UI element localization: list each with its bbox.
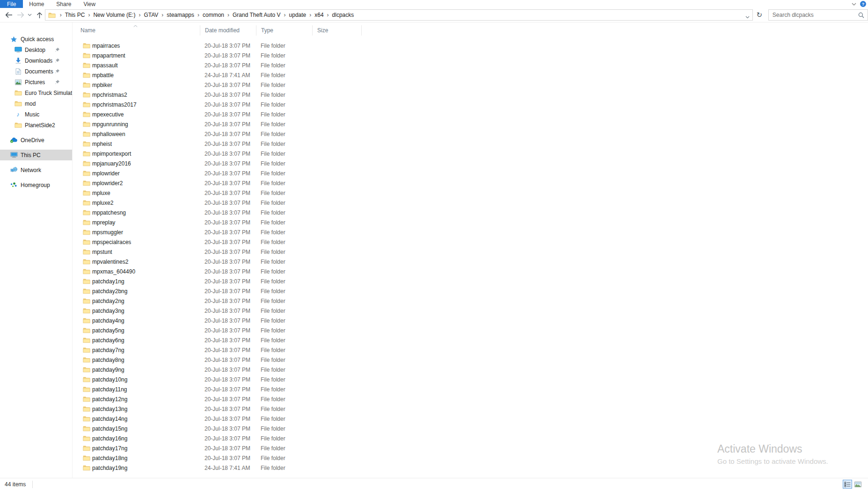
file-row[interactable]: patchday5ng20-Jul-18 3:07 PMFile folder [73,325,868,335]
breadcrumb-segment-grand-theft-auto-v[interactable]: Grand Theft Auto V [233,12,281,18]
sidebar-item-this-pc[interactable]: This PC [0,150,72,160]
file-row[interactable]: mpbattle24-Jul-18 7:41 AMFile folder [73,70,868,80]
file-row[interactable]: patchday14ng20-Jul-18 3:07 PMFile folder [73,414,868,424]
tab-file[interactable]: File [0,0,23,8]
breadcrumb-segment-dlcpacks[interactable]: dlcpacks [332,12,354,18]
up-button[interactable] [35,9,45,21]
file-row[interactable]: mpbiker20-Jul-18 3:07 PMFile folder [73,80,868,90]
file-row[interactable]: mpchristmas201720-Jul-18 3:07 PMFile fol… [73,100,868,109]
breadcrumb-separator-icon[interactable]: › [327,12,329,18]
file-row[interactable]: mpairraces20-Jul-18 3:07 PMFile folder [73,41,868,50]
sidebar-item-network[interactable]: Network [0,165,72,175]
details-view-button[interactable] [843,480,852,489]
breadcrumb-segment-new-volume-e[interactable]: New Volume (E:) [93,12,135,18]
file-row[interactable]: mplowrider220-Jul-18 3:07 PMFile folder [73,178,868,188]
sidebar-item-onedrive[interactable]: OneDrive [0,135,72,145]
file-row[interactable]: mpluxe220-Jul-18 3:07 PMFile folder [73,198,868,208]
file-row[interactable]: mpspecialraces20-Jul-18 3:07 PMFile fold… [73,237,868,247]
recent-locations-dropdown-icon[interactable] [27,9,33,21]
sidebar-item-downloads[interactable]: Downloads [0,55,72,66]
file-row[interactable]: mpexecutive20-Jul-18 3:07 PMFile folder [73,109,868,119]
file-row[interactable]: mpvalentines220-Jul-18 3:07 PMFile folde… [73,257,868,267]
file-row[interactable]: mphalloween20-Jul-18 3:07 PMFile folder [73,129,868,139]
file-row[interactable]: patchday7ng20-Jul-18 3:07 PMFile folder [73,345,868,355]
tab-home[interactable]: Home [23,0,50,8]
file-row[interactable]: mpsmuggler20-Jul-18 3:07 PMFile folder [73,227,868,237]
sidebar-item-planetside2[interactable]: PlanetSide2 [0,120,72,130]
breadcrumb-separator-icon[interactable]: › [139,12,140,18]
file-row[interactable]: mpimportexport20-Jul-18 3:07 PMFile fold… [73,149,868,159]
breadcrumb-separator-icon[interactable]: › [60,12,62,18]
file-row[interactable]: patchday16ng20-Jul-18 3:07 PMFile folder [73,433,868,443]
thumbnails-view-button[interactable] [853,480,862,489]
breadcrumb-segment-gtav[interactable]: GTAV [144,12,158,18]
sidebar-item-music[interactable]: ♪Music [0,109,72,120]
file-row[interactable]: patchday19ng24-Jul-18 7:41 AMFile folder [73,463,868,473]
file-row[interactable]: mpheist20-Jul-18 3:07 PMFile folder [73,139,868,149]
file-row[interactable]: patchday6ng20-Jul-18 3:07 PMFile folder [73,335,868,345]
file-row[interactable]: mpassault20-Jul-18 3:07 PMFile folder [73,60,868,70]
file-row[interactable]: patchday15ng20-Jul-18 3:07 PMFile folder [73,424,868,433]
file-row[interactable]: patchday12ng20-Jul-18 3:07 PMFile folder [73,394,868,404]
file-row[interactable]: patchday17ng20-Jul-18 3:07 PMFile folder [73,443,868,453]
file-row[interactable]: mppatchesng20-Jul-18 3:07 PMFile folder [73,208,868,217]
breadcrumb-separator-icon[interactable]: › [284,12,286,18]
breadcrumb-separator-icon[interactable]: › [88,12,90,18]
file-row[interactable]: patchday1ng20-Jul-18 3:07 PMFile folder [73,276,868,286]
file-date-modified: 20-Jul-18 3:07 PM [200,151,256,157]
file-row[interactable]: mpchristmas220-Jul-18 3:07 PMFile folder [73,90,868,100]
ribbon-collapse-icon[interactable] [852,3,856,6]
file-row[interactable]: patchday8ng20-Jul-18 3:07 PMFile folder [73,355,868,365]
file-type: File folder [256,259,312,265]
sidebar-item-mod[interactable]: mod [0,98,72,109]
breadcrumb-separator-icon[interactable]: › [161,12,163,18]
address-dropdown-icon[interactable] [745,14,750,20]
file-row[interactable]: patchday13ng20-Jul-18 3:07 PMFile folder [73,404,868,414]
column-header-name[interactable]: Name [73,25,200,36]
sidebar-item-homegroup[interactable]: Homegroup [0,180,72,190]
file-row[interactable]: mpgunrunning20-Jul-18 3:07 PMFile folder [73,119,868,129]
file-row[interactable]: mplowrider20-Jul-18 3:07 PMFile folder [73,168,868,178]
breadcrumb-segment-x64[interactable]: x64 [314,12,323,18]
file-row[interactable]: patchday2bng20-Jul-18 3:07 PMFile folder [73,286,868,296]
breadcrumb-separator-icon[interactable]: › [227,12,229,18]
back-button[interactable] [3,9,15,21]
column-header-type[interactable]: Type [256,25,312,36]
refresh-button[interactable]: ↻ [754,9,765,21]
breadcrumb-separator-icon[interactable]: › [197,12,199,18]
file-row[interactable]: patchday9ng20-Jul-18 3:07 PMFile folder [73,365,868,375]
address-bar[interactable]: ›This PC›New Volume (E:)›GTAV›steamapps›… [45,9,753,21]
breadcrumb-segment-this-pc[interactable]: This PC [65,12,85,18]
file-row[interactable]: mpreplay20-Jul-18 3:07 PMFile folder [73,217,868,227]
tab-view[interactable]: View [77,0,102,8]
sidebar-item-desktop[interactable]: Desktop [0,44,72,55]
file-row[interactable]: patchday10ng20-Jul-18 3:07 PMFile folder [73,375,868,384]
file-row[interactable]: mpluxe20-Jul-18 3:07 PMFile folder [73,188,868,198]
file-row[interactable]: mpjanuary201620-Jul-18 3:07 PMFile folde… [73,159,868,168]
column-header-label: Date modified [205,27,240,34]
sidebar-item-euro-truck-simulato[interactable]: Euro Truck Simulato [0,87,72,98]
forward-button[interactable] [15,9,27,21]
file-row[interactable]: patchday2ng20-Jul-18 3:07 PMFile folder [73,296,868,306]
search-input[interactable] [769,10,853,20]
tab-share[interactable]: Share [50,0,77,8]
breadcrumb-segment-update[interactable]: update [289,12,306,18]
file-row[interactable]: mpstunt20-Jul-18 3:07 PMFile folder [73,247,868,257]
folder-icon [83,141,90,147]
breadcrumb-segment-steamapps[interactable]: steamapps [167,12,194,18]
sidebar-item-documents[interactable]: Documents [0,66,72,77]
column-header-size[interactable]: Size [312,25,362,36]
file-row[interactable]: mpapartment20-Jul-18 3:07 PMFile folder [73,50,868,60]
file-row[interactable]: patchday18ng20-Jul-18 3:07 PMFile folder [73,453,868,463]
file-row[interactable]: patchday11ng20-Jul-18 3:07 PMFile folder [73,384,868,394]
file-row[interactable]: patchday4ng20-Jul-18 3:07 PMFile folder [73,316,868,325]
column-header-date-modified[interactable]: Date modified [200,25,256,36]
file-row[interactable]: patchday3ng20-Jul-18 3:07 PMFile folder [73,306,868,316]
breadcrumb-separator-icon[interactable]: › [309,12,311,18]
file-row[interactable]: mpxmas_60449020-Jul-18 3:07 PMFile folde… [73,267,868,276]
help-icon[interactable]: ? [860,1,866,7]
file-type: File folder [256,435,312,442]
sidebar-item-pictures[interactable]: Pictures [0,77,72,87]
breadcrumb-segment-common[interactable]: common [203,12,224,18]
sidebar-item-quick-access[interactable]: Quick access [0,34,72,44]
